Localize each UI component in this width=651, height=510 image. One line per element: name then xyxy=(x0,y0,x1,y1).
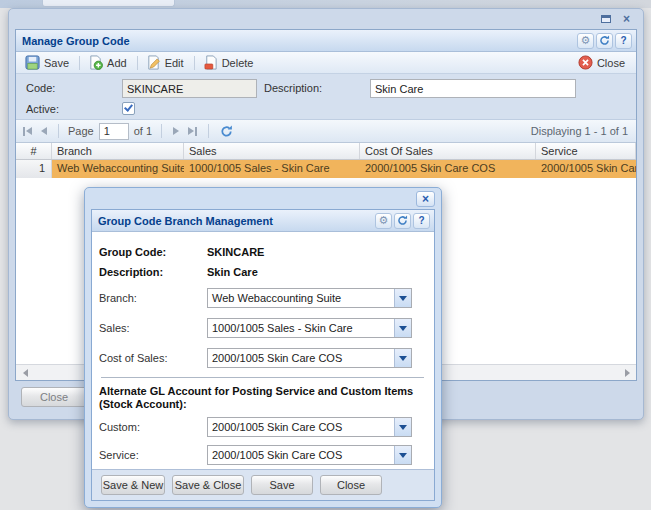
close-icon: × xyxy=(422,192,429,206)
description-value: Skin Care xyxy=(207,266,258,278)
toolbar-close-button[interactable]: Close xyxy=(574,54,631,71)
save-button[interactable]: Save xyxy=(21,54,75,71)
chevron-down-icon xyxy=(399,425,407,430)
first-page-icon xyxy=(26,127,32,135)
column-header-service[interactable]: Service xyxy=(536,143,636,159)
last-page-button[interactable] xyxy=(186,125,199,138)
settings-tool-button[interactable]: ⚙ xyxy=(375,213,392,229)
dialog-header-tools: ⚙ ? xyxy=(375,213,432,229)
service-combobox[interactable]: 2000/1005 Skin Care COS xyxy=(207,445,412,465)
chevron-down-icon xyxy=(399,453,407,458)
panel-header: Manage Group Code ⚙ ? xyxy=(16,30,636,52)
branch-combobox-value: Web Webaccounting Suite xyxy=(208,289,394,307)
dialog-header: Group Code Branch Management ⚙ ? xyxy=(92,210,434,232)
page-of-label: of 1 xyxy=(134,125,152,137)
help-tool-button[interactable]: ? xyxy=(413,213,430,229)
sales-combobox-value: 1000/1005 Sales - Skin Care xyxy=(208,319,394,337)
table-row-selected[interactable]: 1 Web Webaccounting Suite 1000/1005 Sale… xyxy=(16,160,636,178)
custom-combobox-value: 2000/1005 Skin Care COS xyxy=(208,418,394,436)
scroll-left-icon xyxy=(23,369,28,377)
scroll-left-button[interactable] xyxy=(18,367,32,379)
column-header-sales[interactable]: Sales xyxy=(184,143,360,159)
scroll-right-button[interactable] xyxy=(620,367,634,379)
maximize-button[interactable] xyxy=(597,12,614,26)
code-input[interactable] xyxy=(122,79,257,98)
displaying-status: Displaying 1 - 1 of 1 xyxy=(531,125,631,137)
add-button[interactable]: Add xyxy=(84,54,133,71)
scroll-right-icon xyxy=(625,369,630,377)
close-circle-icon xyxy=(578,55,593,70)
window-footer-close-button[interactable]: Close xyxy=(21,387,87,407)
refresh-icon xyxy=(397,215,408,226)
cost-of-sales-combobox-value: 2000/1005 Skin Care COS xyxy=(208,349,394,367)
first-page-button[interactable] xyxy=(21,125,34,138)
grid-header: # Branch Sales Cost Of Sales Service xyxy=(16,143,636,160)
last-page-icon xyxy=(188,127,194,135)
group-code-label: Group Code: xyxy=(99,246,207,258)
branch-combobox[interactable]: Web Webaccounting Suite xyxy=(207,288,412,308)
delete-button[interactable]: Delete xyxy=(199,54,260,71)
next-page-icon xyxy=(173,127,179,135)
section-divider xyxy=(101,377,424,378)
custom-row: Custom: 2000/1005 Skin Care COS xyxy=(99,417,426,437)
grid-refresh-button[interactable] xyxy=(218,123,235,140)
row-number-cell: 1 xyxy=(16,160,52,178)
refresh-tool-button[interactable] xyxy=(394,213,411,229)
background-tab xyxy=(42,0,175,7)
delete-icon xyxy=(203,55,218,70)
close-button[interactable]: Close xyxy=(320,475,382,495)
code-label: Code: xyxy=(26,82,55,94)
sales-dropdown-button[interactable] xyxy=(394,319,411,337)
description-input[interactable] xyxy=(370,79,576,98)
cost-of-sales-combobox[interactable]: 2000/1005 Skin Care COS xyxy=(207,348,412,368)
paging-toolbar: Page of 1 Displaying 1 - 1 of 1 xyxy=(16,120,636,143)
group-code-row: Group Code: SKINCARE xyxy=(99,244,426,260)
save-and-new-button[interactable]: Save & New xyxy=(101,475,165,495)
group-code-value: SKINCARE xyxy=(207,246,264,258)
dialog-footer: Save & New Save & Close Save Close xyxy=(92,469,434,500)
description-label: Description: xyxy=(99,266,207,278)
gear-icon: ⚙ xyxy=(379,215,389,226)
edit-button[interactable]: Edit xyxy=(142,54,190,71)
cell-cost-of-sales: 2000/1005 Skin Care COS xyxy=(360,160,536,178)
active-label: Active: xyxy=(26,103,59,115)
custom-dropdown-button[interactable] xyxy=(394,418,411,436)
maximize-icon xyxy=(601,15,611,23)
service-combobox-value: 2000/1005 Skin Care COS xyxy=(208,446,394,464)
help-tool-button[interactable]: ? xyxy=(615,33,632,49)
chevron-down-icon xyxy=(399,296,407,301)
column-header-rownum[interactable]: # xyxy=(16,143,52,159)
save-and-close-button[interactable]: Save & Close xyxy=(172,475,244,495)
cell-service: 2000/1005 Skin Care COS xyxy=(536,160,636,178)
column-header-cost-of-sales[interactable]: Cost Of Sales xyxy=(360,143,536,159)
cost-of-sales-label: Cost of Sales: xyxy=(99,352,207,364)
settings-tool-button[interactable]: ⚙ xyxy=(577,33,594,49)
page-number-input[interactable] xyxy=(99,123,129,140)
cell-branch: Web Webaccounting Suite xyxy=(52,160,184,178)
sales-combobox[interactable]: 1000/1005 Sales - Skin Care xyxy=(207,318,412,338)
dialog-title: Group Code Branch Management xyxy=(98,215,273,227)
sales-row: Sales: 1000/1005 Sales - Skin Care xyxy=(99,318,426,338)
window-close-button[interactable]: × xyxy=(618,12,635,26)
cost-of-sales-dropdown-button[interactable] xyxy=(394,349,411,367)
dialog-close-button[interactable]: × xyxy=(416,191,435,207)
save-button[interactable]: Save xyxy=(251,475,313,495)
branch-label: Branch: xyxy=(99,292,207,304)
custom-combobox[interactable]: 2000/1005 Skin Care COS xyxy=(207,417,412,437)
prev-page-button[interactable] xyxy=(39,125,49,137)
branch-dropdown-button[interactable] xyxy=(394,289,411,307)
refresh-icon xyxy=(220,125,233,138)
panel-header-tools: ⚙ ? xyxy=(577,33,634,49)
paging-separator xyxy=(208,124,209,138)
window-controls: × xyxy=(597,12,635,26)
main-toolbar: Save Add Edit xyxy=(16,52,636,74)
service-dropdown-button[interactable] xyxy=(394,446,411,464)
column-header-branch[interactable]: Branch xyxy=(52,143,184,159)
refresh-tool-button[interactable] xyxy=(596,33,613,49)
dialog-panel: Group Code Branch Management ⚙ ? Group C… xyxy=(91,209,435,501)
branch-row: Branch: Web Webaccounting Suite xyxy=(99,288,426,308)
gear-icon: ⚙ xyxy=(581,35,591,46)
panel-title: Manage Group Code xyxy=(22,35,130,47)
next-page-button[interactable] xyxy=(171,125,181,137)
active-checkbox[interactable] xyxy=(122,102,135,115)
